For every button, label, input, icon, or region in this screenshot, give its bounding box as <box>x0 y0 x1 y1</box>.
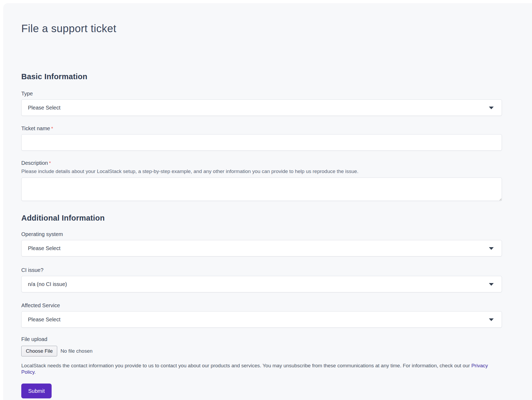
submit-button[interactable]: Submit <box>21 384 52 398</box>
operating-system-select-value: Please Select <box>28 245 60 251</box>
chevron-down-icon <box>489 283 494 286</box>
file-upload-label: File upload <box>21 336 502 342</box>
operating-system-label: Operating system <box>21 231 502 237</box>
required-asterisk: * <box>49 160 51 166</box>
type-select[interactable]: Please Select <box>21 99 502 116</box>
choose-file-button[interactable]: Choose File <box>21 346 57 356</box>
chevron-down-icon <box>489 107 494 109</box>
section-heading-additional-information: Additional Information <box>21 214 502 222</box>
section-heading-basic-information: Basic Information <box>21 72 502 81</box>
operating-system-select[interactable]: Please Select <box>21 240 502 256</box>
affected-service-label: Affected Service <box>21 302 502 309</box>
ticket-name-label: Ticket name* <box>21 125 502 132</box>
page-title: File a support ticket <box>21 23 502 35</box>
chevron-down-icon <box>489 247 494 250</box>
privacy-notice: LocalStack needs the contact information… <box>21 363 502 375</box>
privacy-text-period: . <box>34 369 36 375</box>
type-label: Type <box>21 91 502 97</box>
type-select-value: Please Select <box>28 105 60 111</box>
description-help-text: Please include details about your LocalS… <box>21 168 502 175</box>
file-upload-control: Choose File No file chosen <box>21 346 502 356</box>
ci-issue-select[interactable]: n/a (no CI issue) <box>21 276 502 292</box>
chevron-down-icon <box>489 318 494 321</box>
ticket-name-input[interactable] <box>21 134 502 151</box>
affected-service-select-value: Please Select <box>28 317 60 323</box>
privacy-text: LocalStack needs the contact information… <box>21 363 471 368</box>
required-asterisk: * <box>51 126 53 131</box>
file-upload-status: No file chosen <box>60 348 92 354</box>
affected-service-select[interactable]: Please Select <box>21 311 502 328</box>
ci-issue-select-value: n/a (no CI issue) <box>28 281 67 287</box>
ci-issue-label: CI issue? <box>21 267 502 273</box>
description-textarea[interactable] <box>21 178 502 201</box>
description-label: Description* <box>21 160 502 166</box>
support-ticket-page: File a support ticket Basic Information … <box>3 3 532 400</box>
